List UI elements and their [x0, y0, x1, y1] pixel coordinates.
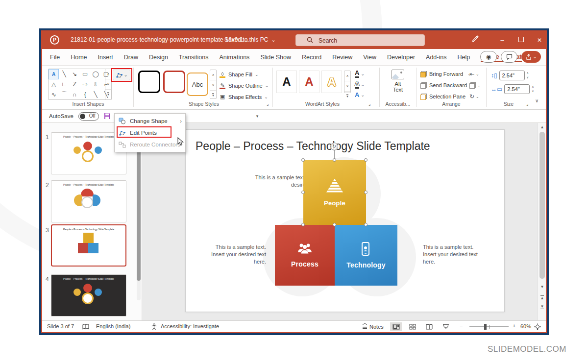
shape-style-preset-red[interactable]: [163, 71, 185, 93]
slide-thumbnail-2[interactable]: People – Process – Technology Slide Temp…: [51, 180, 126, 222]
qat-customize-icon[interactable]: ▾: [256, 114, 259, 119]
shape-gallery-item[interactable]: ↘: [70, 69, 80, 79]
slideshow-view-button[interactable]: [440, 322, 452, 331]
shape-gallery-item[interactable]: ∿: [49, 89, 59, 99]
people-shape-selected[interactable]: People: [303, 160, 366, 225]
saved-status[interactable]: Saved to this PC: [224, 36, 276, 43]
wordart-preset-black[interactable]: A: [276, 71, 297, 93]
previous-slide-button[interactable]: ▲: [538, 295, 546, 300]
gallery-up-icon[interactable]: ∧: [105, 69, 111, 79]
shape-gallery-item[interactable]: ∩: [70, 89, 80, 99]
tab-view[interactable]: View: [363, 53, 376, 62]
shape-gallery-item[interactable]: ⌒: [59, 89, 69, 99]
rotation-handle[interactable]: ↻: [330, 143, 338, 150]
height-stepper[interactable]: ∧∨: [527, 71, 529, 80]
text-fill-button[interactable]: A: [355, 70, 365, 78]
styles-down-icon[interactable]: ∨: [210, 80, 216, 91]
notes-button[interactable]: Notes: [362, 323, 384, 330]
slide-thumbnail-4[interactable]: People – Process – Technology Slide Temp…: [51, 274, 126, 316]
tab-add-ins[interactable]: Add-ins: [426, 53, 446, 62]
shape-style-preview[interactable]: Abc: [187, 73, 208, 96]
styles-up-icon[interactable]: ∧: [210, 70, 216, 80]
close-button[interactable]: [532, 35, 547, 46]
reading-view-button[interactable]: [423, 322, 435, 331]
tab-review[interactable]: Review: [332, 53, 352, 62]
shape-gallery-item[interactable]: ∟: [59, 79, 69, 90]
tab-draw[interactable]: Draw: [124, 53, 138, 62]
tab-help[interactable]: Help: [457, 53, 470, 62]
rotate-button[interactable]: ↻: [469, 93, 482, 100]
selection-handle-se[interactable]: [364, 223, 368, 226]
record-button[interactable]: ◉: [480, 51, 497, 63]
fit-slide-to-window-icon[interactable]: [534, 323, 541, 330]
wordart-preset-red[interactable]: A: [299, 71, 319, 93]
zoom-out-button[interactable]: −: [460, 323, 463, 329]
zoom-slider-thumb[interactable]: [484, 324, 487, 330]
shape-styles-dialog-launcher[interactable]: ⌟: [267, 101, 269, 106]
tab-home[interactable]: Home: [71, 53, 87, 62]
selection-handle-w[interactable]: [301, 191, 305, 194]
autosave-toggle[interactable]: Off: [78, 112, 99, 121]
next-slide-button[interactable]: ▼: [538, 304, 546, 309]
spellcheck-book-icon[interactable]: [82, 324, 89, 330]
styles-more-icon[interactable]: [210, 91, 216, 100]
zoom-in-button[interactable]: +: [513, 323, 515, 329]
zoom-slider[interactable]: [469, 326, 509, 327]
main-scrollbar[interactable]: ▲ ▼ ▲ ▼: [538, 123, 546, 320]
text-effects-button[interactable]: A: [355, 91, 365, 98]
wordart-preset-gold[interactable]: A: [321, 71, 342, 93]
bring-forward-button[interactable]: Bring Forward: [420, 70, 471, 78]
slide-sorter-view-button[interactable]: [407, 322, 418, 331]
scroll-up-icon[interactable]: ▲: [538, 125, 546, 129]
selection-handle-s[interactable]: [333, 223, 336, 226]
shape-gallery-item[interactable]: ⇩: [90, 79, 100, 90]
tab-design[interactable]: Design: [149, 53, 168, 62]
menu-item-change-shape[interactable]: Change Shape ›: [115, 115, 185, 127]
tab-file[interactable]: File: [50, 53, 60, 62]
tab-developer[interactable]: Developer: [387, 53, 415, 62]
selection-handle-e[interactable]: [364, 191, 368, 194]
slide-indicator[interactable]: Slide 3 of 7: [47, 323, 74, 329]
shape-effects-button[interactable]: ▣ Shape Effects: [219, 92, 268, 102]
slide-title[interactable]: People – Process – Technology Slide Temp…: [196, 140, 495, 153]
shape-gallery-item[interactable]: {: [80, 89, 90, 99]
shape-gallery-item[interactable]: ╲: [59, 69, 69, 79]
send-backward-button[interactable]: Send Backward: [420, 81, 475, 90]
shape-gallery-item[interactable]: ⇨: [80, 79, 90, 90]
text-outline-button[interactable]: A: [355, 80, 365, 89]
gallery-down-icon[interactable]: ∨: [105, 79, 111, 90]
gallery-more-icon[interactable]: [105, 90, 111, 99]
accessibility-status[interactable]: Accessibility: Investigate: [161, 323, 219, 329]
width-stepper[interactable]: ∧∨: [532, 85, 534, 94]
tab-insert[interactable]: Insert: [98, 53, 113, 62]
zoom-level[interactable]: 60%: [520, 323, 531, 329]
menu-item-edit-points[interactable]: Edit Points: [115, 127, 185, 139]
thumbnail-scrollbar[interactable]: [137, 134, 141, 300]
selection-pane-button[interactable]: Selection Pane: [420, 92, 470, 101]
scroll-down-icon[interactable]: ▼: [538, 285, 546, 289]
edit-shape-button[interactable]: [113, 70, 130, 80]
align-button[interactable]: ⇤: [469, 70, 482, 78]
search-input[interactable]: Search: [295, 34, 425, 46]
language-indicator[interactable]: English (India): [96, 323, 130, 329]
size-dialog-launcher[interactable]: ⌟: [526, 101, 528, 106]
selection-handle-sw[interactable]: [301, 223, 305, 226]
technology-shape[interactable]: Technology: [335, 225, 397, 286]
shape-gallery-item[interactable]: ◯: [90, 69, 100, 79]
selection-handle-ne[interactable]: [364, 158, 368, 162]
process-shape[interactable]: Process: [275, 225, 335, 286]
normal-view-button[interactable]: [390, 322, 402, 331]
shape-gallery-item[interactable]: ╲: [90, 89, 100, 99]
shape-style-preset-black[interactable]: [138, 71, 160, 93]
wordart-dialog-launcher[interactable]: ⌟: [368, 101, 370, 106]
sample-text-bottom-left[interactable]: This is a sample text. Insert your desir…: [206, 243, 266, 266]
presenter-pen-icon[interactable]: [467, 35, 482, 46]
shape-height-input[interactable]: [499, 71, 525, 80]
save-icon[interactable]: [104, 113, 111, 120]
maximize-button[interactable]: [514, 35, 528, 46]
minimize-button[interactable]: [495, 35, 510, 46]
slide-editing-surface[interactable]: People – Process – Technology Slide Temp…: [185, 129, 505, 312]
scrollbar-thumb[interactable]: [539, 132, 545, 279]
selection-handle-n[interactable]: [333, 158, 336, 162]
share-button[interactable]: [521, 51, 541, 63]
